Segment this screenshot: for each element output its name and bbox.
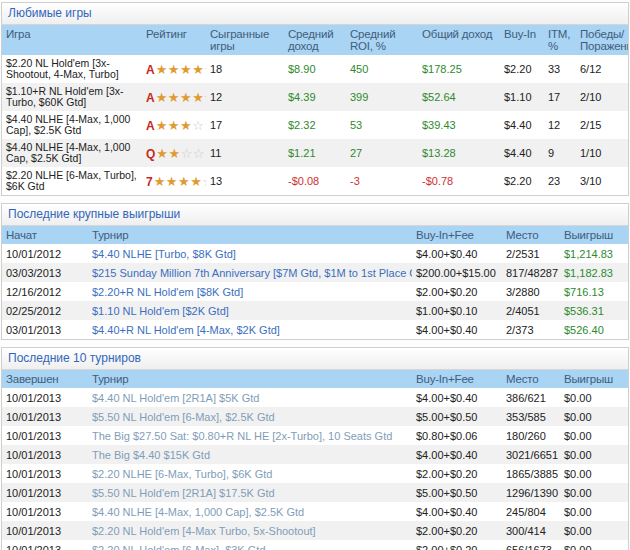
buyin-fee: $4.00+$0.40 xyxy=(412,244,502,263)
table-row: 10/01/2013 $5.50 NL Hold'em [2R1A] $17.5… xyxy=(2,483,628,502)
win-loss: 2/15 xyxy=(576,111,628,139)
games-played: 12 xyxy=(206,83,284,111)
winnings: $716.13 xyxy=(560,282,628,301)
table-row: 10/01/2013 $4.40 NLHE [4-Max, 1,000 Cap]… xyxy=(2,502,628,521)
table-row: $2.20 NL Hold'em [3x-Shootout, 4-Max, Tu… xyxy=(2,55,628,83)
table-row: 03/03/2013 $215 Sunday Million 7th Anniv… xyxy=(2,263,628,282)
table-row: $1.10+R NL Hold'em [3x-Turbo, $60K Gtd] … xyxy=(2,83,628,111)
star-rating-filled: ★★ xyxy=(156,146,180,161)
place: 1865/3885 xyxy=(502,464,560,483)
total-profit: $39.43 xyxy=(418,111,500,139)
start-date: 03/03/2013 xyxy=(2,263,88,282)
buyin: $1.10 xyxy=(500,83,544,111)
total-profit: -$0.78 xyxy=(418,167,500,195)
buyin: $2.20 xyxy=(500,55,544,83)
total-profit: $13.28 xyxy=(418,139,500,167)
col-header-started: Начат xyxy=(2,226,88,244)
col-header-avg-profit: Средний доход xyxy=(284,25,346,55)
itm-percent: 9 xyxy=(544,139,576,167)
buyin-fee: $5.00+$0.50 xyxy=(412,407,502,426)
game-name: $2.20 NL Hold'em [3x-Shootout, 4-Max, Tu… xyxy=(2,55,142,83)
rating-cell: A★★★★★ xyxy=(142,55,206,83)
total-profit: $178.25 xyxy=(418,55,500,83)
table-row: 10/01/2013 $5.50 NL Hold'em [6-Max], $2.… xyxy=(2,407,628,426)
buyin: $4.40 xyxy=(500,139,544,167)
winnings: $0.00 xyxy=(560,540,628,550)
tournament-link[interactable]: $4.40 NLHE [4-Max, 1,000 Cap], $2.5K Gtd xyxy=(92,506,304,518)
recent-wins-section: Последние крупные выигрыши Начат Турнир … xyxy=(1,203,629,340)
place: 300/414 xyxy=(502,521,560,540)
tournament-link[interactable]: $2.20 NLHE [6-Max, Turbo], $6K Gtd xyxy=(92,468,272,480)
avg-profit: $8.90 xyxy=(284,55,346,83)
rating-cell: Q★★☆☆☆ xyxy=(142,139,206,167)
avg-roi: 450 xyxy=(346,55,418,83)
rating-letter: 7 xyxy=(146,175,153,189)
favorites-header-row: Игра Рейтинг Сыгранные игры Средний дохо… xyxy=(2,25,628,55)
place: 3/2880 xyxy=(502,282,560,301)
table-row: 10/01/2013 $4.40 NL Hold'em [2R1A] $5K G… xyxy=(2,388,628,407)
finish-date: 10/01/2013 xyxy=(2,426,88,445)
games-played: 17 xyxy=(206,111,284,139)
buyin-fee: $1.00+$0.10 xyxy=(412,301,502,320)
star-rating-filled: ★★★★ xyxy=(154,174,203,189)
games-played: 11 xyxy=(206,139,284,167)
col-header-place: Место xyxy=(502,226,560,244)
tournament-link[interactable]: $5.50 NL Hold'em [6-Max], $2.5K Gtd xyxy=(92,411,275,423)
buyin-fee: $4.00+$0.40 xyxy=(412,320,502,339)
avg-profit: $1.21 xyxy=(284,139,346,167)
finish-date: 10/01/2013 xyxy=(2,540,88,550)
tournament-link[interactable]: $2.20 NL Hold'em [4-Max Turbo, 5x-Shooto… xyxy=(92,525,316,537)
col-header-games-played: Сыгранные игры xyxy=(206,25,284,55)
tournament-link[interactable]: $2.20+R NL Hold'em [$8K Gtd] xyxy=(92,286,243,298)
start-date: 02/25/2012 xyxy=(2,301,88,320)
place: 2/4051 xyxy=(502,301,560,320)
total-profit: $52.64 xyxy=(418,83,500,111)
tournament-link[interactable]: $215 Sunday Million 7th Anniversary [$7M… xyxy=(92,267,412,279)
start-date: 03/01/2013 xyxy=(2,320,88,339)
last-tournaments-header-row: Завершен Турнир Buy-In+Fee Место Выигрыш xyxy=(2,370,628,388)
avg-profit: -$0.08 xyxy=(284,167,346,195)
table-row: $4.40 NLHE [4-Max, 1,000 Cap], $2.5K Gtd… xyxy=(2,111,628,139)
avg-roi: 53 xyxy=(346,111,418,139)
win-loss: 1/10 xyxy=(576,139,628,167)
winnings: $0.00 xyxy=(560,521,628,540)
tournament-link[interactable]: $4.40 NLHE [Turbo, $8K Gtd] xyxy=(92,248,236,260)
buyin: $2.20 xyxy=(500,167,544,195)
tournament-link[interactable]: $5.50 NL Hold'em [2R1A] $17.5K Gtd xyxy=(92,487,275,499)
section-title-last-tournaments: Последние 10 турниров xyxy=(2,348,628,370)
tournament-link[interactable]: $4.40 NL Hold'em [2R1A] $5K Gtd xyxy=(92,392,259,404)
col-header-winloss: Победы/Поражения xyxy=(576,25,628,55)
table-row: 10/01/2013 The Big $4.40 $15K Gtd $4.00+… xyxy=(2,445,628,464)
winnings: $0.00 xyxy=(560,426,628,445)
place: 353/585 xyxy=(502,407,560,426)
star-rating-filled: ★★★★★ xyxy=(156,90,206,105)
buyin-fee: $2.00+$0.20 xyxy=(412,540,502,550)
rating-cell: A★★★★★ xyxy=(142,83,206,111)
place: 3021/6651 xyxy=(502,445,560,464)
game-name: $4.40 NLHE [4-Max, 1,000 Cap, $2.5K Gtd] xyxy=(2,139,142,167)
col-header-itm: ITM, % xyxy=(544,25,576,55)
tournament-link[interactable]: $4.40+R NL Hold'em [4-Max, $2K Gtd] xyxy=(92,324,280,336)
tournament-link[interactable]: The Big $4.40 $15K Gtd xyxy=(92,449,210,461)
col-header-tournament: Турнир xyxy=(88,370,412,388)
buyin: $4.40 xyxy=(500,111,544,139)
col-header-tournament: Турнир xyxy=(88,226,412,244)
winnings: $0.00 xyxy=(560,388,628,407)
tournament-link[interactable]: $2.20 NL Hold'em [6-Max], $3K Gtd xyxy=(92,544,266,550)
win-loss: 3/10 xyxy=(576,167,628,195)
winnings: $0.00 xyxy=(560,445,628,464)
tournament-link[interactable]: $1.10 NL Hold'em [$2K Gtd] xyxy=(92,305,229,317)
table-row: 10/01/2013 $2.20 NL Hold'em [4-Max Turbo… xyxy=(2,521,628,540)
table-row: 12/16/2012 $2.20+R NL Hold'em [$8K Gtd] … xyxy=(2,282,628,301)
tournament-link[interactable]: The Big $27.50 Sat: $0.80+R NL HE [2x-Tu… xyxy=(92,430,392,442)
section-title-favorite-games: Любимые игры xyxy=(2,3,628,25)
buyin-fee: $2.00+$0.20 xyxy=(412,464,502,483)
finish-date: 10/01/2013 xyxy=(2,445,88,464)
finish-date: 10/01/2013 xyxy=(2,388,88,407)
col-header-avg-roi: Средний ROI, % xyxy=(346,25,418,55)
finish-date: 10/01/2013 xyxy=(2,407,88,426)
col-header-winnings: Выигрыш xyxy=(560,226,628,244)
table-row: 10/01/2013 The Big $27.50 Sat: $0.80+R N… xyxy=(2,426,628,445)
table-row: 10/01/2013 $2.20 NLHE [6-Max, Turbo], $6… xyxy=(2,464,628,483)
star-rating-empty: ☆☆ xyxy=(192,118,206,133)
